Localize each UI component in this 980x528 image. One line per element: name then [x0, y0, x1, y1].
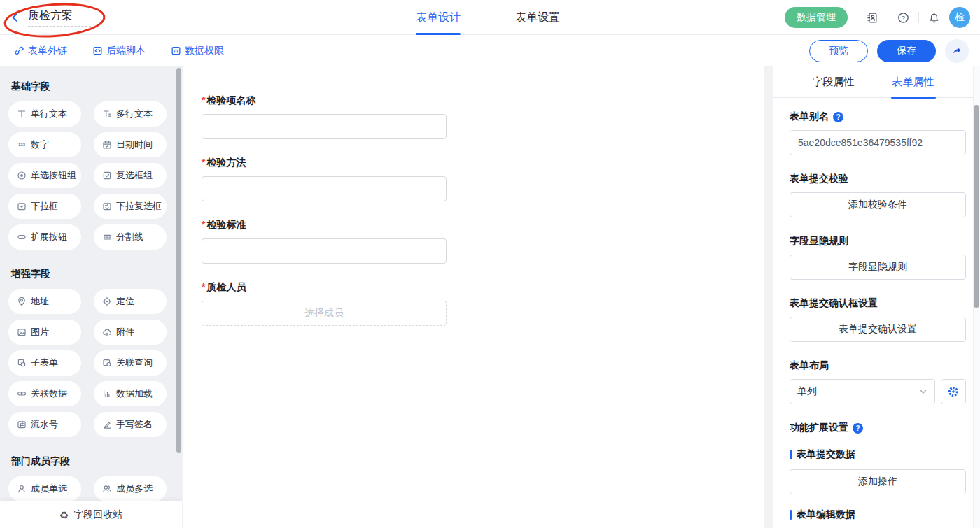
palette-item-radio-group[interactable]: 单选按钮组	[8, 163, 81, 188]
visibility-rules-button[interactable]: 字段显隐规则	[790, 255, 966, 280]
palette-item-checkbox-group[interactable]: 复选框组	[94, 163, 167, 188]
tab-form-properties[interactable]: 表单属性	[892, 66, 934, 98]
palette-item-linked-query[interactable]: 关联查询	[94, 350, 167, 376]
ext-item-edit-data: 表单编辑数据	[790, 508, 966, 521]
contacts-icon[interactable]	[867, 12, 878, 24]
required-asterisk: *	[202, 94, 205, 106]
palette-item-data-load[interactable]: 数据加载	[94, 381, 167, 406]
add-check-condition-button[interactable]: 添加校验条件	[790, 192, 966, 217]
gear-icon	[947, 385, 960, 398]
share-arrow-icon	[951, 45, 962, 57]
multi-dropdown-icon	[102, 201, 112, 211]
palette-item-member-single[interactable]: 成员单选	[8, 476, 81, 501]
properties-tabs: 字段属性 表单属性	[774, 66, 973, 98]
field-palette-sidebar: 基础字段 单行文本 多行文本 123 数字 日期时间 单选按钮组 复选框组 下拉…	[0, 66, 182, 528]
inspection-method-input[interactable]	[202, 176, 447, 201]
visibility-rules-title: 字段显隐规则	[790, 235, 848, 248]
palette-item-single-line-text[interactable]: 单行文本	[8, 101, 81, 127]
add-action-button-submit[interactable]: 添加操作	[790, 469, 966, 494]
tab-field-properties[interactable]: 字段属性	[813, 66, 855, 98]
palette-item-extend-button[interactable]: 扩展按钮	[8, 224, 81, 250]
inspection-standard-input[interactable]	[202, 238, 447, 264]
tab-form-settings[interactable]: 表单设置	[515, 0, 560, 35]
link-icon	[14, 45, 24, 56]
palette-item-address[interactable]: 地址	[8, 289, 81, 314]
avatar[interactable]: 检	[949, 7, 970, 28]
submit-confirm-button[interactable]: 表单提交确认设置	[790, 317, 966, 342]
window-scrollbar-thumb[interactable]	[974, 105, 979, 308]
palette-item-dropdown[interactable]: 下拉框	[8, 194, 81, 219]
recycle-icon: ♻	[59, 510, 69, 520]
layout-settings-button[interactable]	[941, 379, 966, 404]
address-icon	[17, 297, 27, 306]
form-design-canvas[interactable]: *检验项名称 *检验方法 *检验标准 *质检人员 选择成员	[183, 66, 764, 528]
linked-data-icon	[17, 389, 27, 399]
submit-confirm-title: 表单提交确认框设置	[790, 297, 878, 310]
field-label: *检验标准	[202, 219, 764, 231]
help-circle-icon[interactable]: ?	[897, 12, 909, 24]
app-header: 质检方案 表单设计 表单设置 数据管理 ? 检	[0, 0, 980, 35]
preview-button[interactable]: 预览	[809, 40, 868, 62]
palette-item-subform[interactable]: 子表单	[8, 350, 81, 376]
divider-icon	[102, 232, 112, 242]
form-field-inspection-standard[interactable]: *检验标准	[202, 219, 764, 264]
header-divider	[857, 12, 858, 23]
form-field-qc-staff[interactable]: *质检人员 选择成员	[202, 281, 764, 326]
member-single-icon	[17, 484, 27, 494]
multi-line-text-icon	[102, 109, 112, 119]
required-asterisk: *	[202, 157, 205, 168]
palette-item-multi-line-text[interactable]: 多行文本	[94, 101, 167, 127]
member-multi-icon	[102, 484, 112, 494]
palette-item-signature[interactable]: 手写签名	[94, 412, 167, 437]
save-button[interactable]: 保存	[877, 40, 936, 62]
share-button[interactable]	[945, 39, 969, 63]
back-chevron-icon	[10, 12, 21, 23]
extend-button-icon	[17, 232, 27, 242]
back-button[interactable]	[10, 12, 21, 23]
palette-item-number[interactable]: 123 数字	[8, 132, 81, 157]
form-toolbar: 表单外链 后端脚本 数据权限 预览 保存	[0, 35, 980, 66]
field-recycle-bin[interactable]: ♻ 字段回收站	[0, 501, 182, 528]
notification-bell-icon[interactable]	[928, 12, 940, 24]
tab-form-design[interactable]: 表单设计	[416, 0, 461, 35]
svg-text:123: 123	[18, 143, 26, 147]
required-asterisk: *	[202, 219, 205, 230]
palette-item-attachment[interactable]: 附件	[94, 320, 167, 345]
sidebar-scrollbar[interactable]	[176, 68, 181, 453]
backend-script-link[interactable]: 后端脚本	[92, 45, 146, 57]
header-tabs: 表单设计 表单设置	[416, 0, 560, 35]
palette-item-datetime[interactable]: 日期时间	[94, 132, 167, 157]
palette-item-location[interactable]: 定位	[94, 289, 167, 314]
number-icon: 123	[17, 140, 27, 150]
inspection-item-name-input[interactable]	[202, 114, 447, 139]
select-member-box[interactable]: 选择成员	[202, 301, 447, 326]
field-label: *检验方法	[202, 157, 764, 169]
single-line-text-icon	[17, 109, 27, 119]
palette-item-multi-dropdown[interactable]: 下拉复选框	[94, 194, 167, 219]
page-title[interactable]: 质检方案	[28, 8, 91, 27]
palette-item-image[interactable]: 图片	[8, 320, 81, 345]
palette-item-linked-data[interactable]: 关联数据	[8, 381, 81, 406]
extension-settings-title: 功能扩展设置	[790, 422, 848, 434]
chevron-down-icon	[919, 387, 927, 396]
data-load-icon	[102, 389, 112, 399]
radio-group-icon	[17, 171, 27, 180]
data-permission-link[interactable]: 数据权限	[171, 45, 224, 57]
accent-bar	[790, 510, 792, 520]
palette-section-basic: 基础字段	[11, 80, 182, 93]
submit-check-title: 表单提交校验	[790, 173, 848, 185]
palette-item-member-multi[interactable]: 成员多选	[94, 476, 167, 501]
palette-item-divider-line[interactable]: 分割线	[94, 224, 167, 250]
palette-section-enhanced: 增强字段	[11, 268, 182, 280]
form-alias-input[interactable]	[790, 130, 966, 155]
form-external-link[interactable]: 表单外链	[14, 45, 67, 57]
form-field-inspection-method[interactable]: *检验方法	[202, 157, 764, 201]
layout-select[interactable]: 单列	[790, 379, 935, 404]
help-icon[interactable]: ?	[833, 112, 844, 122]
svg-text:?: ?	[902, 14, 905, 21]
help-icon[interactable]: ?	[853, 423, 863, 434]
window-scrollbar-track[interactable]	[973, 66, 980, 528]
form-field-inspection-item-name[interactable]: *检验项名称	[202, 94, 764, 139]
palette-item-serial-number[interactable]: 流水号	[8, 412, 81, 437]
data-manage-button[interactable]: 数据管理	[785, 7, 848, 28]
